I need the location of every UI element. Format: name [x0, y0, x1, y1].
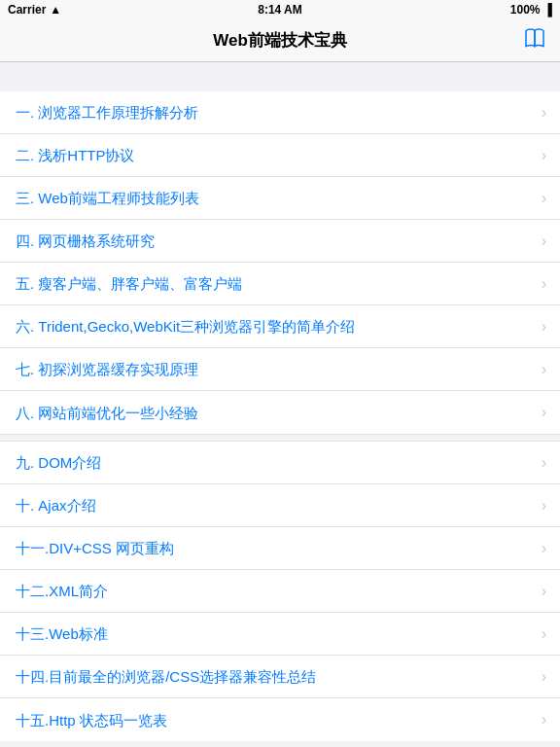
list-item[interactable]: 十. Ajax介绍 ›: [0, 484, 560, 527]
list-item[interactable]: 五. 瘦客户端、胖客户端、富客户端 ›: [0, 263, 560, 305]
chevron-icon: ›: [542, 361, 546, 378]
battery-label: 100%: [510, 3, 541, 17]
list-item-text: 十. Ajax介绍: [16, 495, 534, 516]
section-break: [0, 434, 560, 442]
wifi-icon: ▲: [50, 3, 61, 17]
list-item[interactable]: 二. 浅析HTTP协议 ›: [0, 134, 560, 177]
list-item-text: 九. DOM介绍: [16, 452, 534, 473]
list-item-text: 七. 初探浏览器缓存实现原理: [16, 359, 534, 379]
chevron-icon: ›: [542, 318, 546, 336]
list-item[interactable]: 九. DOM介绍 ›: [0, 442, 560, 484]
chevron-icon: ›: [542, 668, 546, 686]
list-item-text: 六. Trident,Gecko,WebKit三种浏览器引擎的简单介绍: [16, 316, 534, 337]
section2-list: 九. DOM介绍 › 十. Ajax介绍 › 十一.DIV+CSS 网页重构 ›…: [0, 442, 560, 741]
list-item[interactable]: 十四.目前最全的浏览器/CSS选择器兼容性总结 ›: [0, 656, 560, 698]
list-item-text: 十三.Web标准: [16, 623, 534, 644]
list-item[interactable]: 一. 浏览器工作原理拆解分析 ›: [0, 91, 560, 134]
list-item[interactable]: 十五.Http 状态码一览表 ›: [0, 698, 560, 741]
list-item[interactable]: 六. Trident,Gecko,WebKit三种浏览器引擎的简单介绍 ›: [0, 305, 560, 348]
bottom-padding: [0, 741, 560, 747]
list-item[interactable]: 三. Web前端工程师技能列表 ›: [0, 177, 560, 220]
chevron-icon: ›: [542, 404, 546, 421]
list-item[interactable]: 十一.DIV+CSS 网页重构 ›: [0, 527, 560, 570]
list-item-text: 十四.目前最全的浏览器/CSS选择器兼容性总结: [16, 666, 534, 687]
book-icon[interactable]: [523, 27, 546, 54]
section1-header: [0, 62, 560, 91]
list-item[interactable]: 十三.Web标准 ›: [0, 613, 560, 656]
list-item[interactable]: 七. 初探浏览器缓存实现原理 ›: [0, 348, 560, 391]
list-item-text: 十五.Http 状态码一览表: [16, 710, 534, 730]
nav-bar: Web前端技术宝典: [0, 19, 560, 62]
status-bar-right: 100% ▐: [510, 3, 552, 17]
status-bar-time: 8:14 AM: [258, 3, 302, 17]
status-bar-left: Carrier ▲: [8, 3, 61, 17]
chevron-icon: ›: [542, 190, 546, 207]
chevron-icon: ›: [542, 147, 546, 164]
list-item[interactable]: 八. 网站前端优化一些小经验 ›: [0, 391, 560, 434]
list-item[interactable]: 四. 网页栅格系统研究 ›: [0, 220, 560, 263]
chevron-icon: ›: [542, 275, 546, 293]
chevron-icon: ›: [542, 232, 546, 250]
list-item-text: 四. 网页栅格系统研究: [16, 231, 534, 251]
battery-icon: ▐: [543, 3, 552, 17]
carrier-label: Carrier: [8, 3, 46, 17]
nav-title: Web前端技术宝典: [213, 29, 347, 52]
chevron-icon: ›: [542, 583, 546, 600]
chevron-icon: ›: [542, 711, 546, 729]
list-item-text: 十二.XML简介: [16, 581, 534, 601]
chevron-icon: ›: [542, 540, 546, 557]
chevron-icon: ›: [542, 104, 546, 122]
chevron-icon: ›: [542, 497, 546, 515]
list-item-text: 八. 网站前端优化一些小经验: [16, 403, 534, 423]
list-item-text: 三. Web前端工程师技能列表: [16, 188, 534, 208]
list-item-text: 一. 浏览器工作原理拆解分析: [16, 102, 534, 123]
chevron-icon: ›: [542, 454, 546, 472]
list-item[interactable]: 十二.XML简介 ›: [0, 570, 560, 613]
section1-list: 一. 浏览器工作原理拆解分析 › 二. 浅析HTTP协议 › 三. Web前端工…: [0, 91, 560, 434]
status-bar: Carrier ▲ 8:14 AM 100% ▐: [0, 0, 560, 19]
list-item-text: 二. 浅析HTTP协议: [16, 145, 534, 165]
list-item-text: 五. 瘦客户端、胖客户端、富客户端: [16, 273, 534, 294]
list-item-text: 十一.DIV+CSS 网页重构: [16, 538, 534, 558]
chevron-icon: ›: [542, 625, 546, 643]
